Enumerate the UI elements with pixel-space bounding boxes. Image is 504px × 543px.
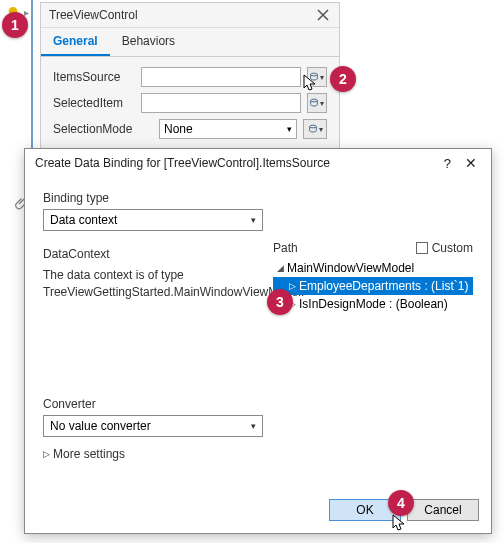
panel-header: TreeViewControl [41, 3, 339, 28]
prop-label: SelectionMode [53, 122, 153, 136]
custom-checkbox[interactable]: Custom [416, 241, 473, 255]
tree-root-label: MainWindowViewModel [287, 261, 414, 275]
selected-item-binding-button[interactable]: ▾ [307, 93, 327, 113]
binding-type-select[interactable]: Data context ▾ [43, 209, 263, 231]
datacontext-label: DataContext [43, 247, 273, 261]
properties-section: ItemsSource ▾ SelectedItem ▾ SelectionMo… [41, 57, 339, 159]
dialog-titlebar[interactable]: Create Data Binding for [TreeViewControl… [25, 149, 491, 177]
svg-point-1 [311, 73, 318, 76]
svg-point-2 [311, 99, 318, 102]
svg-point-3 [309, 125, 316, 128]
tree-root[interactable]: ◢ MainWindowViewModel [273, 259, 473, 277]
custom-label: Custom [432, 241, 473, 255]
datacontext-text: The data context is of type TreeViewGett… [43, 267, 243, 301]
chevron-down-icon: ▾ [287, 124, 292, 134]
converter-value: No value converter [50, 419, 151, 433]
chevron-down-icon: ▾ [251, 421, 256, 431]
binding-type-label: Binding type [43, 191, 473, 205]
tab-behaviors[interactable]: Behaviors [110, 28, 187, 56]
close-icon[interactable]: ✕ [461, 155, 481, 171]
chevron-down-icon: ▾ [320, 73, 324, 82]
dialog-body: Binding type Data context ▾ DataContext … [25, 177, 491, 489]
dialog-title: Create Data Binding for [TreeViewControl… [35, 156, 444, 170]
tab-general[interactable]: General [41, 28, 110, 56]
checkbox-icon [416, 242, 428, 254]
tree-item-employee-departments[interactable]: ▷ EmployeeDepartments : (List`1) [273, 277, 473, 295]
chevron-right-icon: ▷ [43, 449, 50, 459]
expand-collapse-icon[interactable]: ▷ [287, 281, 297, 291]
property-panel: TreeViewControl General Behaviors ItemsS… [40, 2, 340, 160]
callout-badge-1: 1 [2, 12, 28, 38]
callout-badge-3: 3 [267, 289, 293, 315]
tree-item-isindesignmode[interactable]: ▷ IsInDesignMode : (Boolean) [273, 295, 473, 313]
converter-label: Converter [43, 397, 473, 411]
path-tree: ◢ MainWindowViewModel ▷ EmployeeDepartme… [273, 259, 473, 379]
help-icon[interactable]: ? [444, 156, 451, 171]
tree-item-label: IsInDesignMode : (Boolean) [299, 297, 448, 311]
cancel-button[interactable]: Cancel [407, 499, 479, 521]
chevron-down-icon: ▾ [320, 99, 324, 108]
prop-items-source: ItemsSource ▾ [53, 67, 327, 87]
panel-title: TreeViewControl [49, 8, 315, 22]
binding-dialog: Create Data Binding for [TreeViewControl… [24, 148, 492, 534]
prop-selected-item: SelectedItem ▾ [53, 93, 327, 113]
prop-selection-mode: SelectionMode None ▾ ▾ [53, 119, 327, 139]
more-settings-toggle[interactable]: ▷ More settings [43, 447, 473, 461]
converter-select[interactable]: No value converter ▾ [43, 415, 263, 437]
chevron-down-icon: ▾ [251, 215, 256, 225]
prop-label: ItemsSource [53, 70, 135, 84]
items-source-input[interactable] [141, 67, 301, 87]
chevron-down-icon: ▾ [319, 125, 323, 134]
items-source-binding-button[interactable]: ▾ [307, 67, 327, 87]
selection-mode-select[interactable]: None ▾ [159, 119, 297, 139]
more-settings-label: More settings [53, 447, 125, 461]
selected-item-input[interactable] [141, 93, 301, 113]
callout-badge-4: 4 [388, 490, 414, 516]
tree-item-label: EmployeeDepartments : (List`1) [299, 279, 468, 293]
selection-mode-value: None [164, 122, 193, 136]
prop-label: SelectedItem [53, 96, 135, 110]
callout-badge-2: 2 [330, 66, 356, 92]
expand-collapse-icon[interactable]: ◢ [275, 263, 285, 273]
tabs: General Behaviors [41, 28, 339, 57]
binding-type-value: Data context [50, 213, 117, 227]
path-label: Path [273, 241, 416, 255]
close-icon[interactable] [315, 7, 331, 23]
dialog-footer: OK Cancel [25, 489, 491, 533]
selection-mode-binding-button[interactable]: ▾ [303, 119, 327, 139]
